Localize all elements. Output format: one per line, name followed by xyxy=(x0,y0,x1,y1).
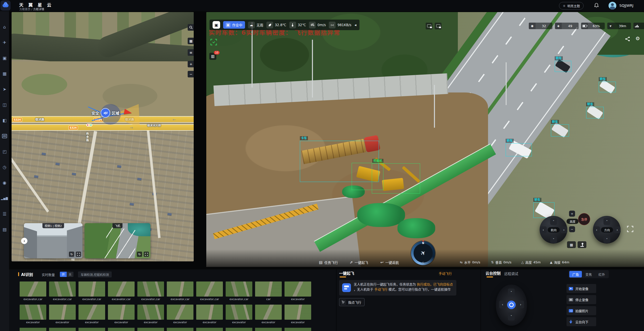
realtime-count-toggle[interactable]: 开 关 xyxy=(60,272,73,277)
gimbal-down-preset-button[interactable]: 云台向下 xyxy=(567,317,596,326)
ai-thumbnail[interactable] xyxy=(196,305,223,320)
ai-thumbnail[interactable] xyxy=(255,305,282,320)
gimbal-up-button[interactable]: ˄ xyxy=(508,289,515,296)
yaw-up-button[interactable]: ˄ xyxy=(550,218,557,225)
control-grid-button[interactable]: ▦ xyxy=(567,241,576,248)
lens-wide-tab[interactable]: 广角 xyxy=(569,271,582,277)
sidebar-item-map-tiles[interactable]: ◫ xyxy=(0,100,9,109)
thumbnail-label[interactable]: 视频1 | 视频2 xyxy=(42,223,64,228)
joystick-button[interactable] xyxy=(578,241,586,248)
sidebar-item-devices[interactable]: ☰ xyxy=(0,209,9,218)
gimbal-down-button[interactable]: ˅ xyxy=(508,313,515,320)
map-zoom-out-button[interactable]: − xyxy=(188,71,194,77)
map-grid-button[interactable]: ▦ xyxy=(188,38,194,44)
refresh-icon[interactable]: ↻ xyxy=(137,252,142,257)
user-avatar[interactable] xyxy=(609,2,616,10)
yaw-left-button[interactable]: ‹ xyxy=(540,226,547,233)
sidebar-item-drone[interactable]: ✈ xyxy=(0,38,9,47)
take-photo-button[interactable]: 拍摄照片 xyxy=(567,306,596,315)
settings-gear-icon[interactable]: ⚙ xyxy=(635,35,640,41)
dock-camera-thumbnail[interactable]: 视频1 | 视频2 ↻ xyxy=(24,223,83,258)
direction-left-button[interactable]: ‹ xyxy=(593,226,600,233)
toggle-off[interactable]: 关 xyxy=(67,272,73,277)
refresh-icon[interactable]: ↻ xyxy=(69,252,74,257)
sidebar-item-ai[interactable]: AI xyxy=(0,131,9,140)
satellite-map[interactable]: ← ← → S324 S324 S324 宿沭路 宿沭路 宿沭河大桥 杨舍路 安… xyxy=(12,12,194,261)
detection-label-car: 轿车 xyxy=(586,102,594,106)
direction-right-button[interactable]: › xyxy=(614,226,621,233)
notifications-bell-icon[interactable] xyxy=(594,3,599,8)
ai-thumbnail[interactable] xyxy=(285,305,311,320)
collapse-bar-icon[interactable]: ◀ xyxy=(354,24,356,26)
sidebar-item-history[interactable]: ◷ xyxy=(0,163,9,172)
aircraft-camera-thumbnail[interactable]: 飞机 ↻ xyxy=(85,223,150,258)
ai-thumbnail[interactable] xyxy=(137,281,164,297)
map-layers-button[interactable]: ≡ xyxy=(188,49,194,56)
ai-thumbnail[interactable] xyxy=(196,281,223,297)
detection-filter-chip[interactable]: 车辆检测,挖掘机检测 xyxy=(78,271,112,277)
pip-toggle-icon[interactable] xyxy=(435,23,441,29)
screen-capture-icon[interactable] xyxy=(210,39,217,46)
stop-record-button[interactable]: 停止录像 xyxy=(567,295,596,304)
ai-thumbnail[interactable] xyxy=(137,305,164,320)
start-record-button[interactable]: 开始录像 xyxy=(567,284,596,293)
point-flight-button[interactable]: 指点飞行 xyxy=(339,298,365,306)
gimbal-right-button[interactable]: › xyxy=(517,301,524,308)
sidebar-item-media[interactable]: ▦ xyxy=(0,69,9,78)
altitude-down-button[interactable]: − xyxy=(569,226,575,232)
ai-thumbnail[interactable] xyxy=(255,281,282,297)
lens-zoom-tab[interactable]: 变焦 xyxy=(582,271,595,277)
dji-drone-marker[interactable]: dji xyxy=(101,108,110,118)
sidebar-item-route[interactable]: ➤ xyxy=(0,85,9,94)
one-key-takeoff-button[interactable]: ⇗ 一键起飞 xyxy=(350,260,368,265)
ai-thumbnail[interactable] xyxy=(167,305,193,320)
ai-thumbnail[interactable] xyxy=(226,281,252,297)
fullscreen-icon[interactable] xyxy=(76,252,81,257)
lens-infrared-tab[interactable]: 红外 xyxy=(595,271,608,277)
ai-thumbnail[interactable] xyxy=(20,281,46,297)
toggle-on[interactable]: 开 xyxy=(60,272,67,277)
working-status-chip[interactable]: ▣ 作业中 xyxy=(223,21,245,29)
share-icon[interactable] xyxy=(625,36,630,43)
sidebar-item-dock[interactable]: ▣ xyxy=(0,54,9,63)
thumbnail-collapse-button[interactable]: ‹ xyxy=(21,238,27,244)
ai-thumbnail[interactable] xyxy=(78,305,105,320)
theme-toggle-button[interactable]: ☼ 明亮主题 xyxy=(559,2,584,10)
video-fullscreen-icon[interactable] xyxy=(627,226,633,233)
ai-thumbnail[interactable] xyxy=(20,305,46,320)
gimbal-left-button[interactable]: ‹ xyxy=(499,301,506,308)
thumbnail-label[interactable]: 飞机 xyxy=(112,223,123,228)
ai-thumbnail[interactable] xyxy=(49,305,76,320)
direction-down-button[interactable]: ˅ xyxy=(603,236,610,243)
sidebar-item-home[interactable]: ⌂ xyxy=(0,22,9,31)
ai-thumbnail[interactable] xyxy=(108,281,135,297)
ai-thumbnail[interactable] xyxy=(49,281,76,297)
mission-flight-button[interactable]: ▤ 任务飞行 xyxy=(319,260,338,265)
gimbal-center-button[interactable] xyxy=(507,301,516,309)
breadcrumb-home[interactable]: 方舱首页 xyxy=(19,8,30,11)
dock-mode-button[interactable]: ▣ xyxy=(213,21,220,29)
sidebar-item-pilot[interactable]: ◉ xyxy=(0,178,9,187)
pip-swap-icon[interactable] xyxy=(426,23,432,29)
sidebar-item-files[interactable]: ◰ xyxy=(0,147,9,156)
map-search-button[interactable] xyxy=(188,24,194,31)
one-key-return-button[interactable]: ↩ 一键返航 xyxy=(380,260,399,265)
ai-thumbnail[interactable] xyxy=(226,305,252,320)
altitude-up-button[interactable]: + xyxy=(569,211,575,217)
gimbal-tab-debug[interactable]: 远程调试 xyxy=(504,271,518,276)
yaw-down-button[interactable]: ˅ xyxy=(550,236,557,243)
sidebar-item-station[interactable]: ◧ xyxy=(0,116,9,125)
ai-thumbnail[interactable] xyxy=(108,305,135,320)
fullscreen-icon[interactable] xyxy=(144,252,149,257)
gimbal-tab-active[interactable]: 云台控制 xyxy=(486,270,501,276)
ai-thumbnail[interactable] xyxy=(285,281,311,297)
yaw-right-button[interactable]: › xyxy=(560,226,567,233)
ai-thumbnail[interactable] xyxy=(167,281,193,297)
map-zoom-in-button[interactable]: + xyxy=(188,61,194,67)
emergency-stop-button[interactable]: 急停 xyxy=(578,213,590,225)
sidebar-item-analytics[interactable]: ▂▅▇ xyxy=(0,194,9,203)
drone-video-feed[interactable]: 实时车数：6实时车辆密度： 飞行数据括异常 ▣ ▣ 作业中 ☁ 无雨 32.8℃… xyxy=(206,12,644,267)
ai-thumbnail[interactable] xyxy=(78,281,105,297)
sidebar-item-library[interactable]: ▤ xyxy=(0,225,9,234)
direction-up-button[interactable]: ˄ xyxy=(603,218,610,225)
